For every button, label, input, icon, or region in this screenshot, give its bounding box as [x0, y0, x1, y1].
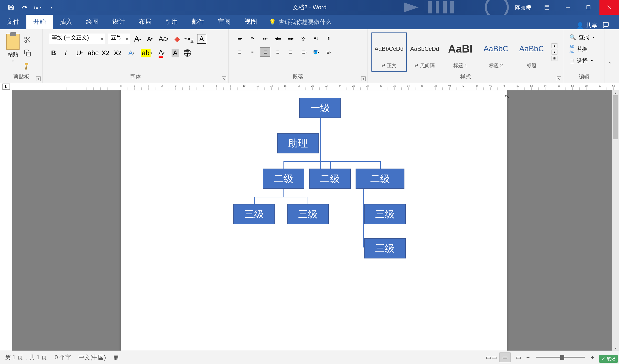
tab-review[interactable]: 审阅	[211, 14, 238, 29]
redo-button[interactable]	[21, 4, 28, 11]
tell-me-search[interactable]: 💡告诉我你想要做什么	[264, 15, 336, 29]
styles-launcher[interactable]: ⬊	[557, 76, 561, 81]
qat-customize[interactable]: ▾	[48, 4, 55, 11]
tab-insert[interactable]: 插入	[53, 14, 79, 29]
line-spacing-button[interactable]: ↕☰▾	[298, 47, 309, 57]
scroll-thumb[interactable]	[613, 95, 618, 139]
word-count[interactable]: 0 个字	[55, 353, 71, 361]
ruler-horizontal[interactable]: 8642024681012141618202224262830323436384…	[12, 83, 619, 90]
web-layout-button[interactable]: ▭	[513, 352, 524, 362]
underline-button[interactable]: U▾	[73, 48, 85, 58]
numbering-button[interactable]: ≡▾	[247, 34, 258, 43]
font-launcher[interactable]: ⬊	[222, 76, 226, 81]
copy-button[interactable]	[23, 49, 32, 58]
style-item-标题[interactable]: AaBbC标题	[514, 32, 549, 71]
org-node-l3c[interactable]: 三级	[364, 204, 406, 224]
select-button[interactable]: ⬚选择▾	[569, 57, 598, 65]
font-color-button[interactable]: A▾	[155, 48, 168, 58]
multilevel-button[interactable]: ☷▾	[260, 34, 270, 43]
org-node-l2b[interactable]: 二级	[309, 168, 351, 189]
increase-indent-button[interactable]: ☰▶	[285, 34, 296, 43]
page[interactable]: 一级助理二级二级二级三级三级三级三级 ↖	[121, 90, 507, 350]
format-painter-button[interactable]	[23, 63, 32, 71]
language-indicator[interactable]: 中文(中国)	[78, 353, 106, 361]
char-border-button[interactable]: A	[197, 34, 206, 43]
align-right-button[interactable]: ☰	[260, 47, 270, 57]
style-item-标题 1[interactable]: AaBl标题 1	[443, 32, 478, 71]
page-indicator[interactable]: 第 1 页，共 1 页	[5, 353, 47, 361]
tab-mail[interactable]: 邮件	[185, 14, 211, 29]
maximize-button[interactable]	[579, 0, 598, 15]
shading-button[interactable]: 🪣▾	[311, 47, 321, 57]
bullets-button[interactable]: ☰▾	[235, 34, 245, 43]
char-shading-button[interactable]: A	[170, 48, 180, 58]
tab-draw[interactable]: 绘图	[79, 14, 106, 29]
paragraph-launcher[interactable]: ⬊	[361, 76, 366, 81]
grow-font-button[interactable]: A▴	[133, 34, 142, 43]
cut-button[interactable]	[23, 36, 32, 44]
text-direction-button[interactable]: ✕͍▾	[298, 34, 309, 43]
superscript-button[interactable]: X2	[113, 48, 122, 58]
zoom-in-button[interactable]: +	[591, 354, 594, 361]
font-name-combo[interactable]: 等线 (中文正文)	[49, 34, 105, 44]
styles-more-button[interactable]: ▴▾⊟	[549, 32, 559, 71]
save-button[interactable]	[7, 4, 15, 11]
justify-button[interactable]: ☰	[273, 47, 283, 57]
decrease-indent-button[interactable]: ◀☰	[273, 34, 283, 43]
close-button[interactable]	[599, 0, 619, 15]
org-node-l2a[interactable]: 二级	[263, 168, 304, 189]
font-size-combo[interactable]: 五号	[108, 34, 130, 44]
org-node-l3b[interactable]: 三级	[287, 204, 329, 224]
shrink-font-button[interactable]: A▾	[145, 34, 155, 43]
italic-button[interactable]: I	[61, 48, 70, 58]
scrollbar-vertical[interactable]: ▴ ▾	[612, 90, 619, 350]
replace-button[interactable]: abac替换	[569, 44, 598, 54]
ruler-vertical[interactable]	[5, 90, 12, 350]
read-mode-button[interactable]: ▭▭	[486, 352, 497, 362]
ribbon-display-button[interactable]	[537, 0, 557, 15]
scroll-up-icon[interactable]: ▴	[612, 90, 619, 95]
macro-indicator[interactable]: ▦	[113, 354, 119, 361]
clipboard-launcher[interactable]: ⬊	[36, 76, 41, 81]
org-node-l3d[interactable]: 三级	[364, 238, 406, 258]
distributed-button[interactable]: ☰	[285, 47, 296, 57]
tab-references[interactable]: 引用	[158, 14, 185, 29]
find-button[interactable]: 🔍查找▾	[569, 34, 598, 41]
ruler-corner[interactable]: L	[2, 84, 10, 90]
borders-button[interactable]: ⊞▾	[324, 47, 334, 57]
change-case-button[interactable]: Aa▾	[157, 34, 169, 43]
print-layout-button[interactable]: ▭	[500, 352, 510, 362]
highlight-button[interactable]: ab▾	[140, 48, 153, 58]
scroll-down-icon[interactable]: ▾	[612, 346, 619, 350]
tab-design[interactable]: 设计	[106, 14, 132, 29]
tab-view[interactable]: 视图	[238, 14, 264, 29]
style-item-↵ 正文[interactable]: AaBbCcDd↵ 正文	[371, 32, 407, 71]
tab-file[interactable]: 文件	[0, 14, 26, 29]
tab-layout[interactable]: 布局	[132, 14, 158, 29]
bold-button[interactable]: B	[49, 48, 58, 58]
enclose-char-button[interactable]: 字	[183, 48, 192, 58]
subscript-button[interactable]: X2	[101, 48, 110, 58]
zoom-slider[interactable]	[536, 357, 585, 358]
clear-format-button[interactable]: ◆	[172, 34, 182, 43]
org-node-asst[interactable]: 助理	[277, 133, 319, 154]
show-marks-button[interactable]: ¶	[324, 34, 334, 43]
paste-button[interactable]: 粘贴 ▾	[6, 34, 20, 63]
collapse-ribbon-button[interactable]: ⌃	[605, 29, 615, 83]
phonetic-button[interactable]: wén文	[185, 34, 194, 43]
strikethrough-button[interactable]: abc	[88, 48, 98, 58]
share-button[interactable]: 👤共享	[577, 22, 597, 29]
org-node-l1[interactable]: 一级	[299, 98, 341, 118]
zoom-out-button[interactable]: −	[526, 354, 530, 361]
comments-button[interactable]	[602, 22, 609, 29]
tab-home[interactable]: 开始	[26, 14, 53, 29]
style-item-↵ 无间隔[interactable]: AaBbCcDd↵ 无间隔	[407, 32, 442, 71]
sort-button[interactable]: A↓	[311, 34, 321, 43]
list-button[interactable]: ▾	[34, 4, 42, 11]
style-item-标题 2[interactable]: AaBbC标题 2	[478, 32, 514, 71]
text-effects-button[interactable]: A▾	[125, 48, 137, 58]
align-center-button[interactable]: ≡	[247, 47, 258, 57]
org-node-l3a[interactable]: 三级	[233, 204, 275, 224]
minimize-button[interactable]	[558, 0, 577, 15]
align-left-button[interactable]: ☰	[235, 47, 245, 57]
